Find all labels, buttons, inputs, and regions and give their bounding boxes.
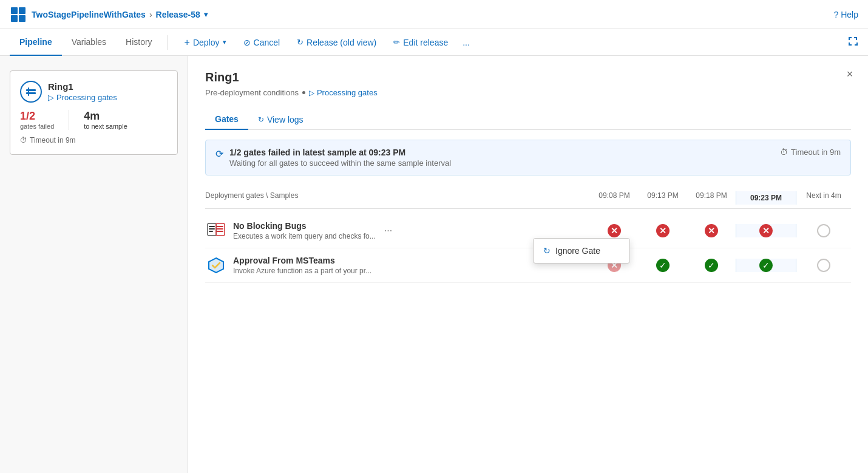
help-label: Help	[841, 10, 858, 19]
ignore-gate-icon: ↻	[543, 246, 551, 256]
cancel-icon: ⊘	[243, 38, 251, 47]
gate-status-1-col4: ✕	[736, 224, 796, 237]
table-col-label: Deployment gates \ Samples	[205, 191, 590, 205]
no-blocking-bugs-icon	[205, 220, 227, 242]
breadcrumb: TwoStagePipelineWithGates › Release-58 ▾	[32, 10, 208, 19]
refresh-icon: ↻	[297, 38, 303, 47]
stage-name-area: Ring1 ▷ Processing gates	[48, 81, 117, 102]
gate-desc-1: Executes a work item query and checks fo…	[233, 232, 376, 240]
pass-icon: ✓	[759, 259, 773, 272]
cancel-label: Cancel	[254, 38, 280, 47]
gates-failed-label: gates failed	[20, 123, 54, 130]
tab-gates-label: Gates	[215, 114, 239, 124]
help-button[interactable]: ? Help	[833, 10, 858, 19]
svg-rect-1	[19, 7, 25, 14]
stage-metrics: 1/2 gates failed 4m to next sample	[20, 110, 168, 130]
plus-icon: +	[185, 37, 190, 48]
edit-icon: ✏	[393, 38, 400, 47]
svg-rect-10	[216, 226, 223, 227]
svg-rect-8	[209, 228, 215, 230]
pass-icon: ✓	[705, 259, 718, 272]
gate-status-1-col5	[796, 224, 851, 237]
col-time-4: 09:23 PM	[736, 191, 796, 205]
expand-icon	[847, 36, 858, 47]
cancel-button[interactable]: ⊘ Cancel	[236, 33, 288, 52]
tab-gates[interactable]: Gates	[205, 109, 248, 130]
col-time-1: 09:08 PM	[590, 191, 639, 205]
gates-failed-value: 1/2	[20, 110, 54, 123]
gate-desc-2: Invoke Azure function as a part of your …	[233, 267, 371, 275]
svg-rect-11	[216, 228, 223, 230]
svg-rect-4	[26, 89, 36, 91]
table-header: Deployment gates \ Samples 09:08 PM 09:1…	[205, 188, 851, 209]
empty-icon	[817, 259, 830, 272]
tab-history[interactable]: History	[116, 29, 162, 56]
stage-name: Ring1	[48, 81, 117, 92]
stage-header: Ring1 ▷ Processing gates	[20, 81, 168, 103]
alert-timeout: ⏱ Timeout in 9m	[780, 148, 841, 157]
edit-release-button[interactable]: ✏ Edit release	[386, 33, 455, 52]
pass-icon: ✓	[656, 259, 670, 272]
help-circle-icon: ?	[833, 10, 838, 19]
next-sample-label: to next sample	[84, 123, 127, 130]
release-name[interactable]: Release-58	[156, 10, 200, 19]
table-row: Approval From MSTeams Invoke Azure funct…	[205, 248, 851, 283]
main-layout: Ring1 ▷ Processing gates 1/2 gates faile…	[0, 56, 868, 473]
close-panel-button[interactable]: ×	[841, 66, 858, 83]
app-icon	[10, 6, 27, 23]
panel-tabs: Gates ↻ View logs	[205, 109, 851, 130]
nav-actions: + Deploy ▾ ⊘ Cancel ↻ Release (old view)…	[177, 33, 475, 52]
edit-release-label: Edit release	[403, 38, 448, 47]
deploy-button[interactable]: + Deploy ▾	[177, 33, 234, 52]
svg-rect-9	[209, 231, 213, 232]
ignore-gate-label: Ignore Gate	[555, 246, 600, 256]
more-actions-button[interactable]: ...	[458, 33, 475, 52]
svg-rect-7	[209, 226, 215, 227]
gate-status-2-col2: ✓	[639, 259, 687, 272]
gate-more-1: ···	[382, 224, 395, 237]
nav-bar: Pipeline Variables History + Deploy ▾ ⊘ …	[0, 29, 868, 56]
svg-rect-2	[11, 15, 18, 22]
gates-failed-metric: 1/2 gates failed	[20, 110, 54, 130]
gate-status-1-col3: ✕	[687, 224, 736, 237]
spinner-icon: ⟳	[215, 148, 223, 160]
gate-info-2: Approval From MSTeams Invoke Azure funct…	[205, 254, 590, 276]
right-panel: × Ring1 Pre-deployment conditions ▷ Proc…	[188, 56, 868, 473]
sidebar: Ring1 ▷ Processing gates 1/2 gates faile…	[0, 56, 188, 473]
gate-text-1: No Blocking Bugs Executes a work item qu…	[233, 221, 376, 240]
gate-more-dots-1[interactable]: ···	[382, 224, 395, 237]
fail-icon: ✕	[656, 224, 670, 237]
next-sample-metric: 4m to next sample	[84, 110, 127, 130]
panel-breadcrumb: Pre-deployment conditions ▷ Processing g…	[205, 88, 851, 97]
tab-variables[interactable]: Variables	[62, 29, 116, 56]
gate-status-2-col3: ✓	[687, 259, 736, 272]
gate-status-2-col5	[796, 259, 851, 272]
stage-status[interactable]: ▷ Processing gates	[48, 93, 117, 102]
fail-icon: ✕	[705, 224, 718, 237]
timeout-label: Timeout in 9m	[30, 136, 76, 145]
approval-msteams-icon	[205, 254, 227, 276]
project-name[interactable]: TwoStagePipelineWithGates	[32, 10, 146, 19]
release-old-view-button[interactable]: ↻ Release (old view)	[290, 33, 384, 52]
stage-card-ring1: Ring1 ▷ Processing gates 1/2 gates faile…	[10, 70, 178, 155]
breadcrumb-area: TwoStagePipelineWithGates › Release-58 ▾	[10, 6, 208, 23]
panel-breadcrumb-link[interactable]: ▷ Processing gates	[309, 88, 378, 97]
processing-gates-nav-icon: ▷	[309, 89, 314, 97]
alert-title: 1/2 gates failed in latest sample at 09:…	[229, 148, 451, 157]
gate-status-1-col2: ✕	[639, 224, 687, 237]
ignore-gate-menu-item[interactable]: ↻ Ignore Gate	[534, 241, 629, 260]
expand-button[interactable]	[847, 36, 858, 49]
nav-divider	[167, 35, 168, 50]
tab-view-logs[interactable]: ↻ View logs	[248, 110, 313, 129]
top-bar: TwoStagePipelineWithGates › Release-58 ▾…	[0, 0, 868, 29]
deploy-label: Deploy	[193, 38, 220, 47]
release-old-view-label: Release (old view)	[307, 38, 376, 47]
context-menu: ↻ Ignore Gate	[533, 238, 630, 264]
tab-pipeline-label: Pipeline	[19, 37, 52, 47]
gate-status-2-col4: ✓	[736, 259, 796, 272]
tab-pipeline[interactable]: Pipeline	[10, 29, 62, 56]
release-dropdown-icon[interactable]: ▾	[204, 10, 208, 19]
svg-rect-0	[11, 7, 18, 14]
next-sample-value: 4m	[84, 110, 127, 123]
deploy-chevron-icon: ▾	[223, 38, 226, 46]
